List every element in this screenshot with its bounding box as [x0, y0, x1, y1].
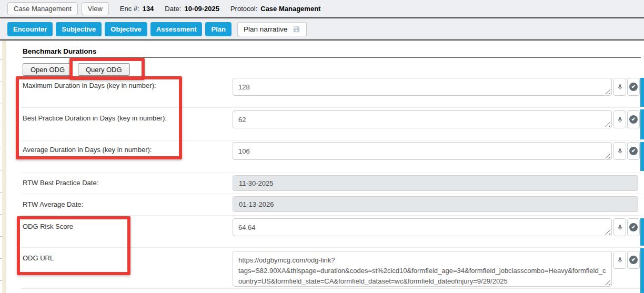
- plan-narrative-label: Plan narrative: [244, 25, 287, 33]
- field-label-maximum-duration: Maximum Duration in Days (key in number)…: [23, 82, 156, 89]
- checkmark-icon: ✔: [629, 83, 638, 91]
- field-label-average-duration: Average Duration in Days (key in number)…: [23, 146, 152, 154]
- field-label-rtw-best-practice-date: RTW Best Practice Date:: [23, 179, 98, 187]
- row-divider: [21, 140, 641, 140]
- row-divider: [21, 173, 641, 173]
- odg-url-input[interactable]: https://odgbymcg.com/odg-link? tags=S82.…: [233, 251, 612, 287]
- enc-label: Enc #:: [120, 5, 139, 13]
- maximum-duration-approve-button[interactable]: ✔: [627, 78, 640, 96]
- row-accent-bar: [640, 248, 644, 293]
- row-divider: [21, 215, 641, 216]
- plan-benchmark-durations-page: Case Management View Enc #: 134 Date: 10…: [0, 0, 644, 293]
- best-practice-duration-mic-button[interactable]: [613, 110, 626, 128]
- soap-tab-bar: Encounter Subjective Objective Assessmen…: [0, 18, 644, 41]
- field-maximum-duration: 128: [233, 78, 612, 96]
- enc-value: 134: [143, 5, 154, 13]
- rtw-average-date-field: [233, 196, 638, 212]
- odg-risk-score-input[interactable]: 64.64: [233, 218, 612, 236]
- best-practice-duration-input[interactable]: 62: [233, 110, 612, 128]
- field-label-best-practice-duration: Best Practice Duration in Days (key in n…: [23, 114, 167, 122]
- protocol-value: Case Management: [260, 5, 320, 13]
- protocol-label: Protocol:: [230, 5, 257, 13]
- tab-encounter[interactable]: Encounter: [7, 22, 53, 36]
- field-best-practice-duration: 62: [233, 110, 612, 128]
- tab-assessment[interactable]: Assessment: [150, 22, 203, 36]
- query-odg-button[interactable]: Query ODG: [78, 63, 130, 76]
- microphone-icon: [617, 257, 623, 264]
- microphone-icon: [617, 84, 623, 90]
- view-button[interactable]: View: [82, 2, 109, 15]
- row-accent-bar: [640, 109, 644, 139]
- tab-objective[interactable]: Objective: [105, 22, 147, 36]
- maximum-duration-input[interactable]: 128: [233, 78, 612, 96]
- maximum-duration-mic-button[interactable]: [613, 78, 626, 96]
- microphone-icon: [617, 116, 623, 123]
- row-accent-bar: [640, 78, 644, 107]
- section-title-rule: [23, 57, 641, 58]
- date-label: Date:: [165, 5, 181, 13]
- row-accent-bar: [640, 218, 644, 246]
- tab-subjective[interactable]: Subjective: [56, 22, 102, 36]
- average-duration-input[interactable]: 106: [233, 142, 612, 160]
- tab-plan[interactable]: Plan: [205, 22, 231, 36]
- odg-url-approve-button[interactable]: ✔: [627, 251, 640, 269]
- average-duration-approve-button[interactable]: ✔: [627, 142, 640, 160]
- field-odg-url: https://odgbymcg.com/odg-link? tags=S82.…: [233, 251, 612, 287]
- best-practice-duration-approve-button[interactable]: ✔: [627, 110, 640, 128]
- left-gutter-strip: [2, 41, 6, 293]
- field-odg-risk-score: 64.64: [233, 218, 612, 236]
- row-divider: [21, 288, 641, 289]
- field-label-rtw-average-date: RTW Average Date:: [23, 200, 83, 208]
- average-duration-mic-button[interactable]: [613, 142, 626, 160]
- row-divider: [21, 107, 641, 108]
- field-label-odg-url: ODG URL: [23, 254, 54, 262]
- plan-narrative-button[interactable]: Plan narrative: [237, 22, 307, 36]
- date-value: 10-09-2025: [184, 5, 219, 13]
- row-accent-bar: [640, 142, 644, 171]
- checkmark-icon: ✔: [629, 147, 638, 155]
- encounter-date: Date: 10-09-2025: [165, 5, 219, 13]
- checkmark-icon: ✔: [629, 223, 638, 231]
- odg-risk-score-mic-button[interactable]: [613, 218, 626, 236]
- save-icon: [293, 25, 300, 33]
- odg-url-mic-button[interactable]: [613, 251, 626, 269]
- microphone-icon: [617, 148, 623, 155]
- odg-risk-score-approve-button[interactable]: ✔: [627, 218, 640, 236]
- encounter-header-bar: Case Management View Enc #: 134 Date: 10…: [0, 0, 644, 18]
- row-divider: [21, 194, 641, 194]
- rtw-best-practice-date-field: [233, 175, 638, 191]
- microphone-icon: [617, 224, 623, 231]
- row-divider: [21, 247, 641, 248]
- encounter-number: Enc #: 134: [120, 5, 154, 13]
- field-label-odg-risk-score: ODG Risk Score: [23, 223, 73, 230]
- field-average-duration: 106: [233, 142, 612, 160]
- case-management-button[interactable]: Case Management: [7, 2, 78, 15]
- checkmark-icon: ✔: [629, 115, 638, 124]
- section-title: Benchmark Durations: [23, 47, 96, 55]
- open-odg-button[interactable]: Open ODG: [23, 63, 73, 76]
- protocol: Protocol: Case Management: [230, 5, 320, 13]
- checkmark-icon: ✔: [629, 256, 638, 264]
